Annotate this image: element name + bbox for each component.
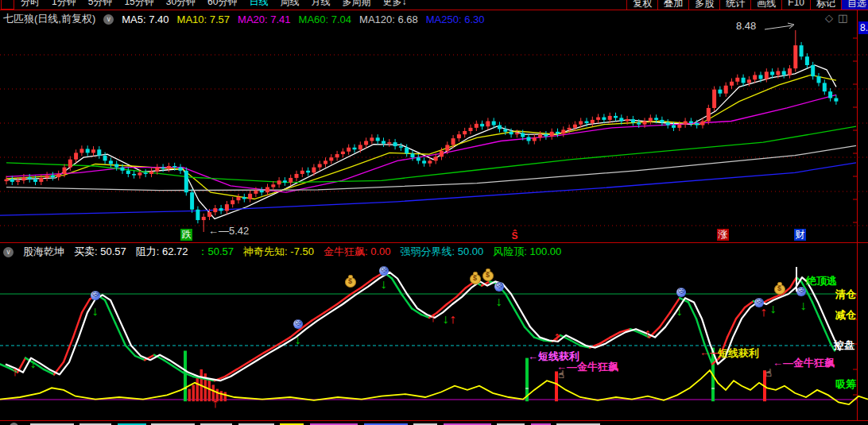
candle [718,90,722,94]
money-bag-icon [482,271,494,281]
candle [138,172,141,175]
candle [503,129,507,132]
candle [538,134,542,137]
down-arrow-icon: ↓ [91,304,99,317]
candle [510,132,513,134]
candle [289,178,293,183]
candle [10,180,14,182]
candle [556,132,560,133]
candle [626,119,630,121]
candle [568,128,572,129]
candle [254,191,258,194]
candle [74,153,78,159]
up-arrow-icon: ↑ [449,312,456,325]
candle [660,120,664,122]
ma-label: MA60: 7.04 [299,14,352,25]
candle [16,180,20,182]
up-arrow-icon: ↑ [644,326,651,339]
candle [225,204,229,211]
ma-line-MA5 [6,65,836,218]
ma-line-MA20 [6,95,836,192]
money-bag-icon [774,284,785,295]
candle [724,86,728,94]
candle [376,137,380,141]
chart-panel-icons[interactable]: ◇◫ [825,12,852,24]
candle [677,125,681,128]
candle [184,171,188,192]
candle [51,176,55,177]
candle [689,122,693,123]
white-spike-line [796,267,797,292]
candle [422,160,426,163]
candle [649,118,653,121]
candlestick-chart[interactable] [0,0,868,243]
chevron-down-icon[interactable]: ∨ [103,14,114,25]
candle [324,160,327,164]
bottom-status-bar [0,420,868,425]
ma-label: MA10: 7.57 [177,14,231,25]
down-arrow-icon: ↓ [29,357,37,369]
indicator-chart[interactable] [0,243,868,425]
candle [97,149,101,155]
candle [318,164,322,168]
trading-terminal: { "toolbar": { "left_tabs": [ {"label":"… [0,0,868,425]
candle [457,134,461,138]
candle [237,197,241,200]
candle [602,118,606,120]
candle [637,122,641,124]
candle [770,71,774,75]
candle [248,194,252,199]
candle [393,142,397,146]
money-bag-icon [470,274,481,284]
candle [747,79,751,83]
candle [440,151,444,156]
candle [68,160,72,168]
candle [788,68,792,75]
candle [544,134,548,136]
candle [469,128,473,131]
down-arrow-icon: ↓ [380,277,387,290]
candle [405,148,409,153]
up-arrow-icon: ↑ [553,330,560,342]
candle [231,200,234,204]
candle [742,78,746,83]
annotation-短线获利: 短线获利 [718,346,759,361]
candle [643,122,647,125]
candle [712,90,716,108]
candle [492,122,496,126]
candle [265,187,269,193]
candle [213,208,217,212]
candle [817,76,821,83]
candle [399,146,403,148]
candle [33,180,37,182]
down-arrow-icon: ↓ [800,299,807,311]
candle [695,123,699,125]
candle [793,45,797,68]
candle [573,125,577,128]
candle [428,160,432,163]
candle [591,120,595,123]
annotation-绝顶逃: 绝顶逃 [806,274,837,288]
candle [579,122,583,125]
marker-财: 财 [794,229,806,241]
ma-label: MA250: 6.30 [426,14,485,25]
candle [527,137,531,141]
candle [765,71,769,79]
candle [382,141,386,143]
candle [295,174,299,178]
stock-info-row: 七匹狼(日线,前复权) ∨ MA5: 7.40MA10: 7.57MA20: 7… [3,12,484,26]
candle [782,71,786,75]
candle [800,45,804,56]
candle [114,164,118,168]
candle [353,148,357,149]
candle [358,145,362,149]
candle [347,148,351,152]
candle [614,116,618,118]
ma-line-MA120 [6,145,856,190]
high-price-annotation: 8.48 [736,20,756,32]
candle [475,124,479,128]
candle [86,149,90,153]
candle [196,210,200,220]
down-arrow-icon: ↓ [294,333,301,346]
candle [79,149,83,153]
